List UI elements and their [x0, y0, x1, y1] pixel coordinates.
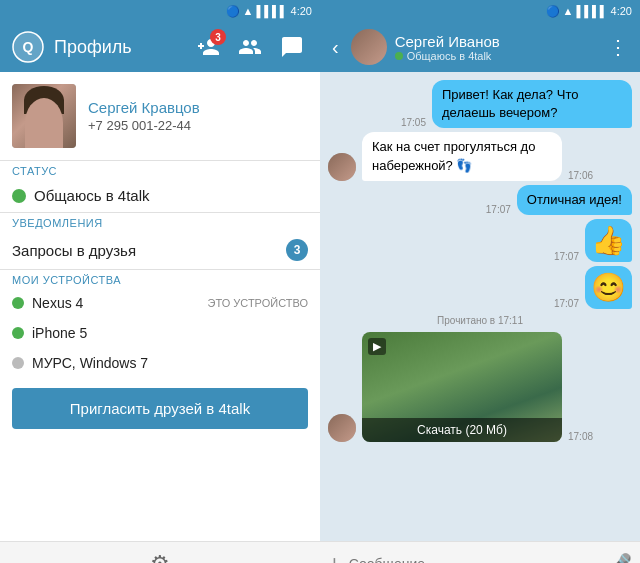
- notifications-label: УВЕДОМЛЕНИЯ: [0, 213, 320, 231]
- left-header: Q Профиль 3: [0, 22, 320, 72]
- msg-avatar: [328, 153, 356, 181]
- status-row: Общаюсь в 4talk: [0, 179, 320, 212]
- media-bubble[interactable]: ▶ Скачать (20 Мб): [362, 332, 562, 442]
- read-receipt: Прочитано в 17:11: [328, 313, 632, 328]
- device-row-iphone: iPhone 5: [0, 318, 320, 348]
- signal-icon-left: ▌▌▌▌: [256, 5, 287, 17]
- message-time: 17:06: [568, 170, 593, 181]
- left-footer: ⚙: [0, 541, 320, 563]
- chat-status-dot: [395, 52, 403, 60]
- message-time: 17:05: [401, 117, 426, 128]
- message-time: 17:07: [554, 298, 579, 309]
- devices-label: МОИ УСТРОЙСТВА: [0, 270, 320, 288]
- settings-icon[interactable]: ⚙: [150, 551, 170, 564]
- msg-avatar: [328, 414, 356, 442]
- profile-phone: +7 295 001-22-44: [88, 118, 308, 133]
- notifications-badge: 3: [286, 239, 308, 261]
- device-online-dot-iphone: [12, 327, 24, 339]
- more-options-button[interactable]: ⋮: [604, 35, 632, 59]
- device-name-nexus: Nexus 4: [32, 295, 83, 311]
- contacts-badge: 3: [210, 29, 226, 45]
- chat-avatar: [351, 29, 387, 65]
- signal-icon-right: ▌▌▌▌: [576, 5, 607, 17]
- wifi-icon-right: ▲: [563, 5, 574, 17]
- status-dot: [12, 189, 26, 203]
- contacts-request-button[interactable]: 3: [192, 31, 224, 63]
- chat-button[interactable]: [276, 31, 308, 63]
- message-row: 17:07 👍: [328, 219, 632, 262]
- chat-status: Общаюсь в 4talk: [395, 50, 596, 62]
- message-row: 17:05 Привет! Как дела? Что делаешь вече…: [328, 80, 632, 128]
- time-right: 4:20: [611, 5, 632, 17]
- message-bubble-emoji: 😊: [585, 266, 632, 309]
- profile-section: Сергей Кравцов +7 295 001-22-44: [0, 72, 320, 160]
- message-time: 17:07: [554, 251, 579, 262]
- message-bubble: Отличная идея!: [517, 185, 632, 215]
- mic-button[interactable]: 🎤: [607, 552, 632, 564]
- message-row: 17:07 Отличная идея!: [328, 185, 632, 215]
- svg-text:Q: Q: [23, 39, 34, 55]
- status-label: СТАТУС: [0, 161, 320, 179]
- message-time: 17:07: [486, 204, 511, 215]
- device-row-nexus: Nexus 4 ЭТО УСТРОЙСТВО: [0, 288, 320, 318]
- message-input[interactable]: [349, 556, 599, 564]
- device-tag-nexus: ЭТО УСТРОЙСТВО: [208, 297, 308, 309]
- message-bubble: Как на счет прогуляться до набережной? 👣: [362, 132, 562, 180]
- notifications-row[interactable]: Запросы в друзья 3: [0, 231, 320, 269]
- message-bubble: Привет! Как дела? Что делаешь вечером?: [432, 80, 632, 128]
- group-icon: [238, 35, 262, 59]
- device-offline-dot: [12, 357, 24, 369]
- device-name-windows: МУРС, Windows 7: [32, 355, 148, 371]
- wifi-icon-left: ▲: [243, 5, 254, 17]
- media-video-icon: ▶: [368, 338, 386, 355]
- status-bar-right: 🔵 ▲ ▌▌▌▌ 4:20: [320, 0, 640, 22]
- media-download-text[interactable]: Скачать (20 Мб): [362, 418, 562, 442]
- chat-icon: [280, 35, 304, 59]
- message-bubble-emoji: 👍: [585, 219, 632, 262]
- profile-info: Сергей Кравцов +7 295 001-22-44: [88, 99, 308, 133]
- message-row: 17:07 😊: [328, 266, 632, 309]
- right-header: ‹ Сергей Иванов Общаюсь в 4talk ⋮: [320, 22, 640, 72]
- friend-requests-text: Запросы в друзья: [12, 242, 136, 259]
- time-left: 4:20: [291, 5, 312, 17]
- device-row-windows: МУРС, Windows 7: [0, 348, 320, 378]
- group-button[interactable]: [234, 31, 266, 63]
- status-bar-left: 🔵 ▲ ▌▌▌▌ 4:20: [0, 0, 320, 22]
- device-online-dot: [12, 297, 24, 309]
- app-logo: Q: [12, 31, 44, 63]
- chat-info: Сергей Иванов Общаюсь в 4talk: [395, 33, 596, 62]
- status-text: Общаюсь в 4talk: [34, 187, 150, 204]
- bluetooth-icon-right: 🔵: [546, 5, 560, 18]
- chat-contact-name: Сергей Иванов: [395, 33, 596, 50]
- attach-button[interactable]: +: [328, 551, 341, 564]
- avatar: [12, 84, 76, 148]
- messages-area[interactable]: 17:05 Привет! Как дела? Что делаешь вече…: [320, 72, 640, 541]
- left-panel: Q Профиль 3: [0, 22, 320, 563]
- device-name-iphone: iPhone 5: [32, 325, 87, 341]
- message-row: Как на счет прогуляться до набережной? 👣…: [328, 132, 632, 180]
- invite-button[interactable]: Пригласить друзей в 4talk: [12, 388, 308, 429]
- back-button[interactable]: ‹: [328, 36, 343, 59]
- profile-name: Сергей Кравцов: [88, 99, 308, 116]
- chat-input-bar: + 🎤: [320, 541, 640, 563]
- message-row-media: ▶ Скачать (20 Мб) 17:08: [328, 332, 632, 442]
- left-header-title: Профиль: [54, 37, 182, 58]
- right-panel: ‹ Сергей Иванов Общаюсь в 4talk ⋮ 17:: [320, 22, 640, 563]
- message-time: 17:08: [568, 431, 593, 442]
- bluetooth-icon-left: 🔵: [226, 5, 240, 18]
